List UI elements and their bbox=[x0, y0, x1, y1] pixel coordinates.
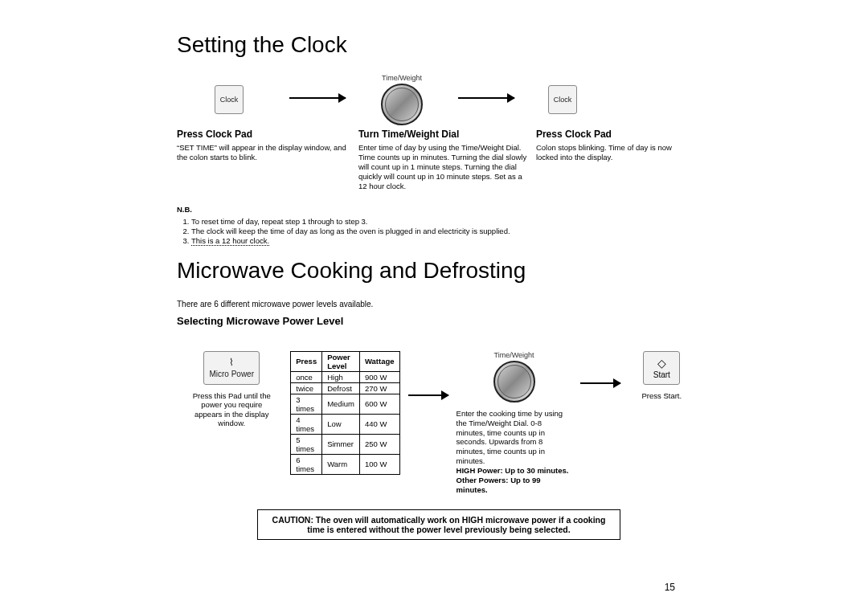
step-heading: Turn Time/Weight Dial bbox=[358, 129, 530, 141]
table-row: 6 timesWarm100 W bbox=[291, 454, 399, 474]
step-heading: Press Clock Pad bbox=[177, 129, 352, 141]
clock-pad-icon: Clock bbox=[215, 85, 244, 114]
time-weight-dial-icon bbox=[493, 361, 535, 403]
arrow-icon bbox=[580, 382, 620, 384]
step-desc: Colon stops blinking. Time of day is now… bbox=[536, 143, 672, 161]
nb-item: The clock will keep the time of day as l… bbox=[191, 227, 695, 236]
start-desc: Press Start. bbox=[641, 391, 682, 400]
table-row: twiceDefrost270 W bbox=[291, 382, 399, 394]
dial-label: Time/Weight bbox=[382, 74, 422, 82]
dial-label: Time/Weight bbox=[494, 351, 534, 359]
caution-box: CAUTION: The oven will automatically wor… bbox=[257, 509, 620, 540]
start-pad-icon: ◇ Start bbox=[643, 351, 680, 385]
micro-desc: Press this Pad until the power you requi… bbox=[189, 391, 274, 428]
step-desc: “SET TIME” will appear in the display wi… bbox=[177, 143, 346, 161]
nb-block: N.B. To reset time of day, repeat step 1… bbox=[177, 205, 695, 246]
power-level-table: Press Power Level Wattage onceHigh900 W … bbox=[290, 351, 399, 475]
nb-title: N.B. bbox=[177, 205, 192, 214]
page-number: 15 bbox=[665, 582, 675, 593]
clock-pad-icon: Clock bbox=[548, 85, 577, 114]
section-title-clock: Setting the Clock bbox=[177, 32, 695, 58]
micro-power-pad-icon: ⌇ Micro Power bbox=[203, 351, 260, 385]
table-header: Press bbox=[291, 351, 322, 371]
table-header: Power Level bbox=[322, 351, 360, 371]
table-row: onceHigh900 W bbox=[291, 371, 399, 382]
section-title-microwave: Microwave Cooking and Defrosting bbox=[177, 258, 695, 284]
section-heading-power: Selecting Microwave Power Level bbox=[177, 315, 695, 327]
clock-steps-icons: Clock Time/Weight Clock bbox=[177, 74, 695, 125]
arrow-icon bbox=[458, 97, 514, 99]
micro-pad-label: Micro Power bbox=[209, 370, 254, 378]
table-row: 4 timesLow440 W bbox=[291, 414, 399, 434]
arrow-icon bbox=[408, 394, 448, 396]
table-header: Wattage bbox=[359, 351, 399, 371]
time-weight-dial-icon bbox=[381, 84, 423, 125]
section-subtitle: There are 6 different microwave power le… bbox=[177, 300, 695, 309]
wave-icon: ⌇ bbox=[229, 357, 234, 368]
clock-steps-text: Press Clock Pad “SET TIME” will appear i… bbox=[177, 129, 695, 190]
cook-desc: Enter the cooking time by using the Time… bbox=[457, 409, 572, 495]
diamond-icon: ◇ bbox=[657, 357, 666, 370]
table-row: 3 timesMedium600 W bbox=[291, 394, 399, 414]
nb-item: This is a 12 hour clock. bbox=[191, 236, 695, 246]
table-row: 5 timesSimmer250 W bbox=[291, 434, 399, 454]
nb-item: To reset time of day, repeat step 1 thro… bbox=[191, 217, 695, 227]
step-heading: Press Clock Pad bbox=[536, 129, 695, 141]
start-label: Start bbox=[653, 370, 670, 379]
arrow-icon bbox=[289, 97, 346, 99]
step-desc: Enter time of day by using the Time/Weig… bbox=[358, 143, 526, 190]
